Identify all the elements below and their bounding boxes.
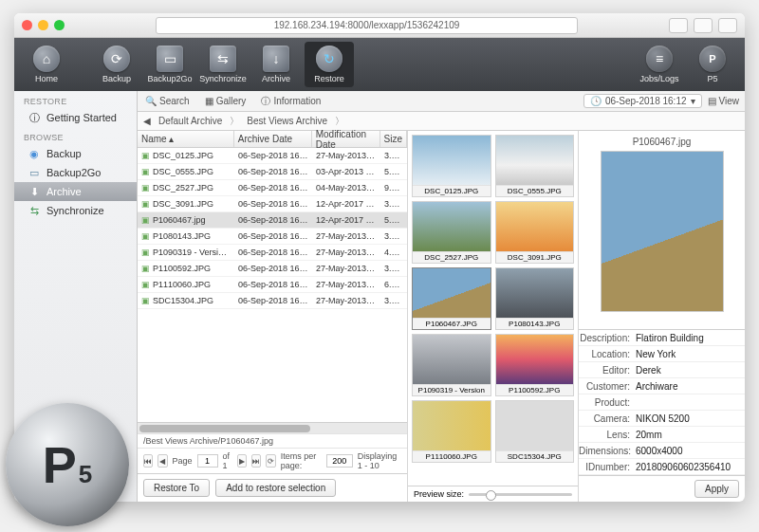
- backup2go-icon: ▭: [157, 46, 183, 72]
- file-icon: ▣: [141, 231, 150, 241]
- pager-last[interactable]: ⏭: [251, 454, 261, 468]
- tab-gallery[interactable]: ▦Gallery: [197, 91, 254, 111]
- address-bar[interactable]: 192.168.234.194:8000/lexxapp/1536242109: [156, 17, 578, 34]
- file-icon: ▣: [141, 280, 150, 289]
- restore-tool[interactable]: ↻ Restore: [305, 42, 354, 87]
- jobslogs-tool[interactable]: ≡ Jobs/Logs: [635, 42, 684, 87]
- sidebar-item-backup[interactable]: ◉ Backup: [14, 144, 137, 163]
- sidebar-head-restore: RESTORE: [14, 91, 137, 108]
- sidebar-backup-label: Backup: [46, 148, 82, 159]
- meta-value[interactable]: New York: [636, 349, 745, 359]
- view-mode-button[interactable]: ▤ View: [708, 96, 740, 106]
- gallery-icon: ▦: [205, 96, 213, 106]
- restore-to-button[interactable]: Restore To: [143, 479, 210, 497]
- thumb-image: [413, 202, 491, 251]
- reader-button[interactable]: [669, 18, 688, 33]
- thumbnail-gallery: DSC_0125.JPGDSC_0555.JPGDSC_2527.JPGDSC_…: [408, 131, 579, 502]
- sidebar-item-archive[interactable]: ⬇ Archive: [14, 182, 137, 201]
- meta-value[interactable]: 201809060602356410: [636, 462, 745, 472]
- col-size[interactable]: Size: [380, 131, 407, 147]
- close-window-button[interactable]: [22, 20, 32, 30]
- backup2go-label: Backup2Go: [147, 74, 192, 83]
- table-row[interactable]: ▣DSC_2527.JPG06-Sep-2018 16:1204-May-201…: [138, 180, 407, 196]
- table-row[interactable]: ▣P1060467.jpg06-Sep-2018 16:1212-Apr-201…: [138, 212, 407, 229]
- thumbnail[interactable]: P1090319 - Version: [412, 334, 491, 396]
- thumbnail[interactable]: DSC_0555.JPG: [495, 135, 575, 197]
- search-icon: 🔍: [145, 96, 157, 106]
- breadcrumb-item-2[interactable]: Best Views Archive: [243, 116, 331, 126]
- add-to-restore-button[interactable]: Add to restore selection: [215, 479, 336, 497]
- table-row[interactable]: ▣P1080143.JPG06-Sep-2018 16:1227-May-201…: [138, 229, 407, 245]
- synchronize-tool[interactable]: ⇆ Synchronize: [198, 42, 248, 87]
- table-row[interactable]: ▣P1100592.JPG06-Sep-2018 16:1227-May-201…: [138, 261, 407, 277]
- meta-label: Product:: [579, 397, 636, 408]
- thumbnail[interactable]: P1060467.JPG: [412, 267, 491, 330]
- meta-row: IDnumber:201809060602356410: [579, 459, 745, 475]
- hscrollbar[interactable]: [138, 422, 407, 433]
- thumb-caption: DSC_0125.JPG: [413, 185, 491, 196]
- backup-tool[interactable]: ⟳ Backup: [92, 42, 141, 87]
- meta-value[interactable]: 20mm: [636, 430, 745, 440]
- thumb-image: [413, 136, 491, 185]
- tab-information[interactable]: ⓘInformation: [253, 91, 328, 111]
- pager-first[interactable]: ⏮: [143, 454, 153, 468]
- p5-logo: P5: [6, 403, 129, 526]
- backup2go-tool[interactable]: ▭ Backup2Go: [145, 42, 194, 87]
- table-row[interactable]: ▣P1090319 - Version 2.JPG06-Sep-2018 16:…: [138, 245, 407, 261]
- pager: ⏮ ◀ Page of 1 ▶ ⏭ ⟳ Items per page: Disp…: [138, 448, 407, 473]
- table-row[interactable]: ▣SDC15304.JPG06-Sep-2018 16:1227-May-201…: [138, 293, 407, 309]
- thumbnail[interactable]: P1110060.JPG: [412, 400, 491, 463]
- minimize-window-button[interactable]: [38, 20, 48, 30]
- tabs-button[interactable]: [718, 18, 737, 33]
- thumbnail[interactable]: P1080143.JPG: [495, 267, 575, 330]
- p5-icon: P: [699, 46, 726, 72]
- meta-value[interactable]: 6000x4000: [636, 446, 745, 456]
- thumbnail[interactable]: DSC_2527.JPG: [412, 201, 491, 264]
- archive-tool[interactable]: ↓ Archive: [251, 42, 301, 87]
- pager-page-input[interactable]: [197, 454, 218, 468]
- pager-items-input[interactable]: [326, 454, 353, 468]
- breadcrumb-back[interactable]: ◀: [143, 116, 151, 126]
- sidebar-item-getting-started[interactable]: ⓘ Getting Started: [14, 108, 137, 127]
- titlebar: 192.168.234.194:8000/lexxapp/1536242109: [14, 13, 745, 38]
- tab-search[interactable]: 🔍Search: [138, 91, 197, 111]
- thumbnail[interactable]: SDC15304.JPG: [495, 400, 575, 463]
- maximize-window-button[interactable]: [54, 20, 65, 30]
- col-name[interactable]: Name ▴: [138, 131, 234, 147]
- pager-refresh[interactable]: ⟳: [266, 454, 275, 468]
- breadcrumb-item-1[interactable]: Default Archive: [155, 116, 226, 126]
- snapshot-date-picker[interactable]: 🕓 06-Sep-2018 16:12 ▾: [583, 94, 702, 108]
- table-row[interactable]: ▣DSC_0555.JPG06-Sep-2018 16:1203-Apr-201…: [138, 164, 407, 180]
- backup-small-icon: ◉: [28, 147, 41, 160]
- apply-button[interactable]: Apply: [694, 480, 739, 498]
- pager-next[interactable]: ▶: [237, 454, 247, 468]
- sidebar-item-synchronize[interactable]: ⇆ Synchronize: [14, 201, 137, 220]
- meta-value[interactable]: NIKON 5200: [636, 413, 745, 424]
- table-row[interactable]: ▣P1110060.JPG06-Sep-2018 16:1227-May-201…: [138, 277, 407, 293]
- home-icon: ⌂: [33, 46, 60, 72]
- col-archive-date[interactable]: Archive Date: [234, 131, 312, 147]
- thumbnail[interactable]: DSC_3091.JPG: [495, 201, 575, 264]
- meta-row: Location:New York: [579, 346, 745, 362]
- meta-label: Dimensions:: [579, 446, 636, 456]
- p5-tool[interactable]: P P5: [688, 42, 737, 87]
- p5-label: P5: [707, 74, 717, 83]
- thumbnail[interactable]: P1100592.JPG: [495, 334, 575, 396]
- share-button[interactable]: [694, 18, 713, 33]
- sidebar-backup2go-label: Backup2Go: [46, 167, 101, 178]
- meta-value[interactable]: Flatiron Building: [636, 333, 745, 343]
- preview-size-slider[interactable]: [469, 493, 572, 496]
- table-row[interactable]: ▣DSC_0125.JPG06-Sep-2018 16:1227-May-201…: [138, 148, 407, 164]
- backup-icon: ⟳: [103, 46, 130, 72]
- pager-prev[interactable]: ◀: [157, 454, 167, 468]
- table-row[interactable]: ▣DSC_3091.JPG06-Sep-2018 16:1212-Apr-201…: [138, 196, 407, 212]
- home-tool[interactable]: ⌂ Home: [22, 42, 71, 87]
- col-mod-date[interactable]: Modification Date: [312, 131, 380, 147]
- meta-value[interactable]: Derek: [636, 365, 745, 376]
- thumb-image: [413, 335, 491, 384]
- thumb-caption: DSC_2527.JPG: [413, 251, 491, 263]
- meta-value[interactable]: Archiware: [636, 381, 745, 392]
- sidebar-item-backup2go[interactable]: ▭ Backup2Go: [14, 163, 137, 182]
- synchronize-label: Synchronize: [199, 74, 247, 83]
- thumbnail[interactable]: DSC_0125.JPG: [412, 135, 491, 197]
